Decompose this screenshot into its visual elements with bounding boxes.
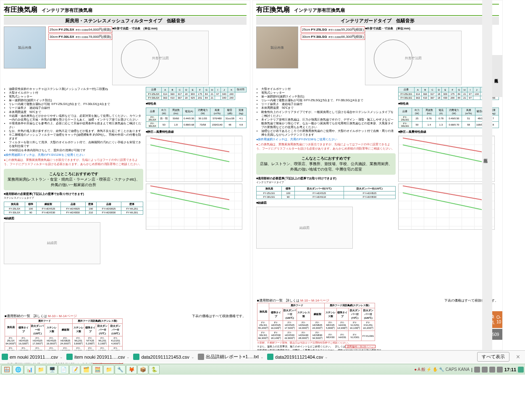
download-item[interactable]: item nouki 201911….csv⌄ — [66, 354, 130, 360]
performance-chart-2 — [398, 184, 495, 230]
price-row: 30cm FY-30LSG 希望小売価格 66,300円(税抜) — [301, 34, 365, 40]
download-item[interactable]: data201911121404.csv⌄ — [267, 354, 328, 360]
csv-file-icon — [2, 354, 8, 360]
category-title: 有圧換気扇 — [4, 5, 37, 14]
taskbar-app-button[interactable]: 🖥️ — [47, 365, 58, 374]
show-all-downloads-button[interactable]: すべて表示 — [477, 352, 509, 362]
download-item[interactable]: em nouki 201911….csv⌄ — [2, 354, 63, 360]
page-title: 厨房用・ステンレスメッシュフィルタータイプ 低騒音形 — [4, 17, 247, 25]
wiring-label: ■結線図 — [256, 201, 396, 205]
close-downloads-button[interactable]: × — [513, 353, 523, 361]
feature-bullets: 油吸収性抜群のキャッチャはステンレス製(メッシュフィルター付)二段重ね 大型オイ… — [4, 87, 143, 152]
wiring-label: ■結線図 — [4, 216, 143, 220]
csv-file-icon — [267, 354, 273, 360]
windows-taskbar[interactable]: 🪟 🌐 📊 📁 🖥️ 📄 📝 🗂️ 🧮 📁 🔧 🦊 📦 🐍 ●A 般 ⚡ ✋ 🔧… — [0, 364, 525, 375]
product-image: 製品画像 — [256, 26, 298, 68]
show-desktop-button[interactable] — [518, 367, 524, 373]
note-red: ●この換気扇は、業務厨房用換気扇につき販売できますが、先端によってはフードの中に… — [256, 142, 396, 151]
parts-table: 換気扇標準防火ダンパー付(72℃)防火ダンパー付(120℃) FY-25LSG1… — [256, 186, 396, 199]
start-button[interactable]: 🪟 — [1, 365, 12, 374]
download-filename: item nouki 201911….csv — [74, 354, 125, 360]
wiring-diagram: 結線図 — [256, 207, 353, 249]
taskbar-clock[interactable]: 17:11 — [504, 367, 516, 372]
performance-chart — [398, 136, 495, 182]
catalog-page-left: 有圧換気扇 インテリア形有圧換気扇 厨房用・ステンレスメッシュフィルタータイプ … — [0, 0, 250, 350]
ime-kana-indicator[interactable]: CAPS KANA — [446, 367, 470, 372]
wiring-diagram: 結線図 — [4, 222, 100, 264]
spec-table: 品番出力(W)周波数(Hz)電流(A)消費電力(W)風量(m³/h)騒音(dB)… — [146, 108, 247, 128]
category-subtitle: インテリア形有圧換気扇 — [294, 7, 345, 13]
parts-section-label: ■適用部材の必要壁厚(下記以上の壁厚でお取り付けできます) — [4, 192, 143, 196]
performance-chart-2 — [146, 184, 242, 230]
category-title: 有圧換気扇 — [256, 5, 290, 14]
taskbar-app-button[interactable]: 📄 — [58, 365, 69, 374]
csv-file-icon — [133, 354, 139, 360]
bottom-parts-table: 換気扇屋外フード屋外フード用防鳥網(ステンレス製) 標準タイプ防火ダンパー付(1… — [257, 303, 375, 341]
viewer-sidebar[interactable]: 有圧換気扇 — [482, 0, 492, 350]
ime-mode-indicator[interactable]: ●A 般 ⚡ ✋ 🔧 — [414, 367, 444, 373]
txt-file-icon — [198, 354, 204, 360]
technical-drawing: 外形寸法図 — [112, 31, 209, 85]
parts-section-label: ■適用部材の必要壁厚(下記以上の壁厚でお取り付けできます) — [256, 176, 396, 181]
chevron-down-icon[interactable]: ⌄ — [60, 355, 63, 359]
category-subtitle: インテリア形有圧換気扇 — [42, 7, 92, 13]
price-row: 25cm FY-25LSG 希望小売価格 55,200円(税抜) — [301, 26, 365, 33]
chevron-down-icon[interactable]: ⌄ — [260, 355, 264, 359]
download-filename: em nouki 201911….csv — [10, 354, 58, 360]
chevron-down-icon[interactable]: ⌄ — [325, 355, 328, 359]
drawing-label: ■外形寸法図・寸法表 (単位:mm) — [365, 26, 462, 31]
download-item[interactable]: data201911121453.csv⌄ — [133, 354, 194, 360]
tray-icon[interactable] — [497, 367, 503, 373]
tray-separator: | — [471, 367, 472, 372]
tray-icon[interactable] — [482, 367, 488, 373]
catalog-page-right: 有圧換気扇 インテリア形有圧換気扇 インテリアガードタイプ 低騒音形 製品画像 … — [252, 0, 503, 350]
drawing-label: ■外形寸法図・寸法表 (単位:mm) — [112, 26, 209, 31]
csv-file-icon — [66, 354, 73, 360]
price-row: 30cm FY-30LSX 希望小売価格 78,000円(税抜) — [48, 34, 112, 40]
chevron-down-icon[interactable]: ⌄ — [191, 355, 194, 359]
taskbar-app-button[interactable]: 📁 — [103, 365, 114, 374]
chevron-down-icon[interactable]: ⌄ — [126, 355, 130, 359]
download-item[interactable]: 出品詳細レポート+1….txt⌄ — [198, 354, 264, 360]
page-title: インテリアガードタイプ 低騒音形 — [256, 17, 499, 25]
taskbar-app-button[interactable]: 📝 — [69, 365, 80, 374]
taskbar-app-button[interactable]: 🌐 — [13, 365, 24, 374]
performance-chart — [146, 136, 242, 182]
downloads-bar: em nouki 201911….csv⌄ item nouki 201911…… — [0, 350, 525, 363]
recommend-box: こんなところにおすすめです 業務用厨房(レストラン・食堂・焼肉店・ラーメン店・喫… — [4, 169, 143, 190]
tray-icon[interactable] — [474, 367, 480, 373]
technical-drawing: 外形寸法図 — [365, 31, 462, 85]
download-filename: data201911121453.csv — [141, 354, 189, 360]
taskbar-app-button[interactable]: 🗂️ — [81, 365, 92, 374]
taskbar-app-button[interactable]: 🦊 — [126, 365, 137, 374]
note-blue: ●操作用速調スイッチは、共用のFY-SV11Wをご使用ください — [256, 137, 396, 142]
feature-bullets: 大型オイルポケット付 電気式シャッター 単一速調節付(速調スイッチ別売) リレー… — [256, 87, 396, 136]
recommend-box: こんなところにおすすめです 店舗、レストラン、喫茶店、事務所、遊技場、学校、公共… — [256, 153, 396, 175]
taskbar-app-button[interactable]: 🧮 — [92, 365, 103, 374]
note-blue: ●操作用速調スイッチは、共用のFY-SV11Wをご使用ください — [4, 153, 143, 157]
note-red: ●この換気扇は、業務厨房用換気扇につき販売できますが、先端によってはフードの中に… — [4, 158, 143, 166]
taskbar-app-button[interactable]: 🐍 — [149, 365, 160, 374]
taskbar-app-button[interactable]: 📦 — [137, 365, 148, 374]
price-row: 25cm FY-25LSX 希望小売価格 64,000円(税抜) — [48, 26, 112, 33]
dimension-table: 品番ABCDEFGHIJK取付羽 FY-25LSX314360317183001… — [146, 87, 247, 100]
taskbar-app-button[interactable]: 📊 — [24, 365, 35, 374]
taskbar-app-button[interactable]: 🔧 — [115, 365, 126, 374]
parts-table: 換気扇標準鋼板製品番壁厚品番壁厚 FY-25LSX100FY-HDX525FY-… — [4, 202, 143, 215]
tray-icon[interactable] — [489, 367, 495, 373]
product-image: 製品画像 — [4, 26, 46, 68]
download-filename: data201911121404.csv — [275, 354, 323, 360]
taskbar-app-button[interactable]: 📁 — [35, 365, 46, 374]
download-filename: 出品詳細レポート+1….txt — [206, 354, 259, 360]
